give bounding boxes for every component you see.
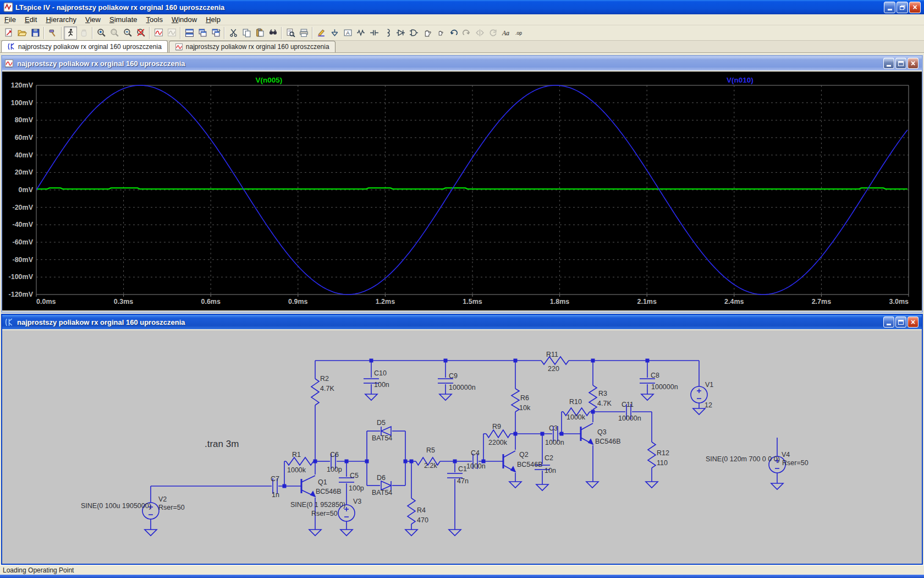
schematic-label: 100000n bbox=[651, 383, 678, 391]
wire-icon[interactable] bbox=[315, 26, 328, 40]
schematic-label: C5 bbox=[350, 472, 359, 479]
waveform-maximize-button[interactable] bbox=[895, 58, 906, 69]
paste-icon[interactable] bbox=[253, 26, 266, 40]
menu-item-hierarchy[interactable]: Hierarchy bbox=[41, 14, 81, 25]
move-icon[interactable] bbox=[420, 26, 433, 40]
resistor-icon[interactable] bbox=[354, 26, 367, 40]
app-icon bbox=[3, 2, 13, 12]
run-icon[interactable] bbox=[64, 26, 77, 40]
app-titlebar[interactable]: LTspice IV - najprostszy poliakow rx org… bbox=[0, 0, 924, 14]
undo-icon[interactable] bbox=[447, 26, 460, 40]
new-schematic-icon[interactable] bbox=[2, 26, 15, 40]
schematic-label: C10 bbox=[374, 369, 387, 377]
tab-bar: najprostszy poliakow rx orginal 160 upro… bbox=[0, 41, 924, 53]
menu-item-view[interactable]: View bbox=[81, 14, 105, 25]
ground-icon[interactable] bbox=[328, 26, 341, 40]
schematic-label: V4 bbox=[782, 451, 790, 459]
svg-text:-120mV: -120mV bbox=[9, 291, 34, 298]
svg-text:-40mV: -40mV bbox=[12, 221, 33, 228]
toolbar-separator bbox=[61, 27, 62, 39]
diode-icon[interactable] bbox=[394, 26, 407, 40]
cascade-icon[interactable] bbox=[196, 26, 209, 40]
find-icon[interactable] bbox=[266, 26, 279, 40]
menu-item-help[interactable]: Help bbox=[201, 14, 225, 25]
schematic-maximize-button[interactable] bbox=[895, 317, 906, 328]
status-text: Loading Operating Point bbox=[3, 566, 74, 574]
toolbar-separator bbox=[149, 27, 150, 39]
close-button[interactable]: × bbox=[909, 2, 921, 13]
schematic-label: C2 bbox=[544, 454, 553, 462]
schematic-label: C9 bbox=[449, 372, 458, 380]
svg-text:0.6ms: 0.6ms bbox=[201, 298, 220, 306]
schematic-label: Rser=50 bbox=[782, 459, 809, 467]
capacitor-icon[interactable] bbox=[367, 26, 381, 40]
schematic-label: 100n bbox=[374, 381, 389, 389]
toolbar-separator bbox=[281, 27, 282, 39]
svg-text:0mV: 0mV bbox=[19, 186, 34, 194]
svg-text:1.2ms: 1.2ms bbox=[376, 298, 395, 306]
schematic-label: .tran 3m bbox=[205, 439, 239, 449]
tab-2[interactable]: najprostszy poliakow rx orginal 160 upro… bbox=[169, 41, 336, 52]
menu-item-file[interactable]: File bbox=[0, 14, 20, 25]
schematic-label: SINE(0 100u 1905000) bbox=[81, 502, 151, 510]
component-icon[interactable] bbox=[407, 26, 420, 40]
waveform-window-titlebar[interactable]: najprostszy poliakow rx orginal 160 upro… bbox=[2, 56, 922, 70]
menu-item-edit[interactable]: Edit bbox=[20, 14, 41, 25]
schematic-label: C1 bbox=[458, 465, 467, 473]
svg-text:.op: .op bbox=[515, 30, 522, 36]
trace-V(n005) bbox=[36, 188, 908, 189]
toolbar-separator bbox=[92, 27, 93, 39]
schematic-label: SINE(0 1 952850) bbox=[290, 501, 345, 509]
menu-item-simulate[interactable]: Simulate bbox=[105, 14, 142, 25]
schematic-label: BC546B bbox=[595, 438, 621, 445]
inductor-icon[interactable] bbox=[381, 26, 394, 40]
waveform-minimize-button[interactable] bbox=[883, 58, 894, 69]
halt-icon bbox=[77, 26, 90, 40]
schematic-label: 110 bbox=[657, 459, 668, 467]
schematic-minimize-button[interactable] bbox=[883, 317, 894, 328]
schematic-label: 10000n bbox=[618, 415, 641, 422]
schematic-label: 1n bbox=[272, 491, 279, 499]
trace-label-V(n005)[interactable]: V(n005) bbox=[256, 76, 283, 84]
menu-item-tools[interactable]: Tools bbox=[142, 14, 167, 25]
waveform-plot-canvas[interactable]: -120mV-100mV-80mV-60mV-40mV-20mV0mV20mV4… bbox=[2, 72, 922, 310]
waveform-close-button[interactable]: × bbox=[908, 58, 919, 69]
waveform-window-title: najprostszy poliakow rx orginal 160 upro… bbox=[17, 59, 883, 68]
schematic-window-titlebar[interactable]: najprostszy poliakow rx orginal 160 upro… bbox=[2, 315, 922, 329]
svg-text:1.8ms: 1.8ms bbox=[550, 298, 569, 306]
zoom-out-icon[interactable] bbox=[121, 26, 134, 40]
schematic-label: V3 bbox=[353, 498, 361, 505]
menu-item-window[interactable]: Window bbox=[167, 14, 201, 25]
tile-horizontal-icon[interactable] bbox=[183, 26, 196, 40]
save-icon[interactable] bbox=[29, 26, 42, 40]
print-icon[interactable] bbox=[297, 26, 310, 40]
waveform-icon[interactable] bbox=[152, 26, 165, 40]
copy-icon[interactable] bbox=[240, 26, 253, 40]
control-panel-icon[interactable] bbox=[46, 26, 59, 40]
waveform-icon bbox=[4, 59, 14, 68]
schematic-label: R2 bbox=[320, 375, 329, 383]
restore-button[interactable] bbox=[897, 2, 908, 13]
svg-text:0.3ms: 0.3ms bbox=[114, 298, 133, 306]
cut-icon[interactable] bbox=[227, 26, 240, 40]
schematic-label: Rser=50 bbox=[311, 510, 338, 517]
open-icon[interactable] bbox=[15, 26, 29, 40]
print-preview-icon[interactable] bbox=[284, 26, 297, 40]
svg-text:2.1ms: 2.1ms bbox=[637, 298, 656, 306]
trace-label-V(n010)[interactable]: V(n010) bbox=[727, 76, 754, 84]
schematic-canvas[interactable]: .tran 3mSINE(0 100u 1905000)V2Rser=50C71… bbox=[2, 330, 922, 564]
text-tool-icon[interactable]: Aa bbox=[499, 26, 513, 40]
menu-bar: FileEditHierarchyViewSimulateToolsWindow… bbox=[0, 14, 924, 25]
schematic-close-button[interactable]: × bbox=[908, 317, 919, 328]
arrange-windows-icon[interactable] bbox=[209, 26, 222, 40]
zoom-full-icon[interactable] bbox=[134, 26, 147, 40]
schematic-label: D6 bbox=[377, 474, 386, 482]
net-label-icon[interactable]: A bbox=[341, 26, 354, 40]
minimize-button[interactable] bbox=[884, 2, 895, 13]
drag-icon[interactable] bbox=[433, 26, 447, 40]
tab-1-active[interactable]: najprostszy poliakow rx orginal 160 upro… bbox=[1, 40, 168, 52]
schematic-drawing: .tran 3mSINE(0 100u 1905000)V2Rser=50C71… bbox=[81, 351, 809, 536]
zoom-in-icon[interactable] bbox=[95, 26, 108, 40]
spice-directive-icon[interactable]: .op bbox=[513, 26, 526, 40]
schematic-label: 100000n bbox=[449, 384, 476, 391]
